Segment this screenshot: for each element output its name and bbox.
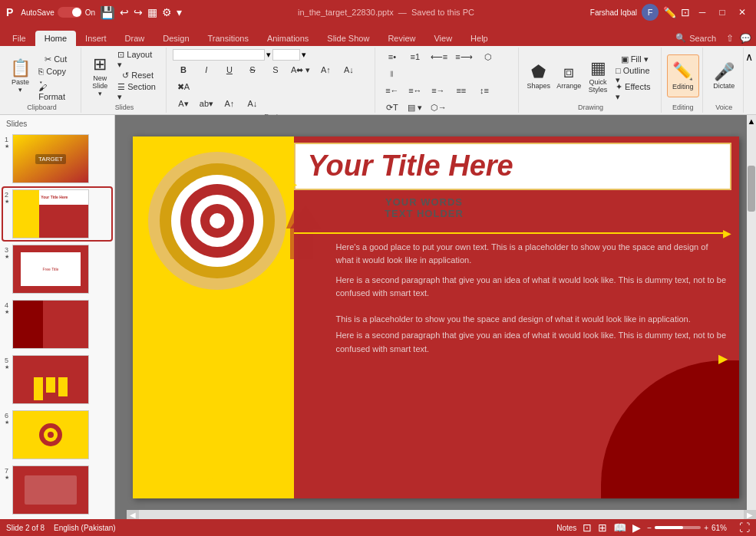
slide-canvas[interactable]: Your Title Here ➤ <box>133 136 739 498</box>
slide-thumb-7[interactable]: 7 ★ <box>3 464 111 516</box>
align-right-button[interactable]: ≡→ <box>428 83 449 98</box>
autosave-control[interactable]: AutoSave On <box>21 7 95 18</box>
customize-icon[interactable]: ⚙ <box>162 6 172 18</box>
slide-view-grid-icon[interactable]: ⊞ <box>598 521 607 534</box>
section-button[interactable]: ☰ Section ▾ <box>114 84 161 100</box>
shape-effects-button[interactable]: ✦ Effects ▾ <box>612 84 656 100</box>
slide-thumb-3[interactable]: 3 ★ Free Title <box>3 243 111 295</box>
zoom-bar[interactable]: − + 61% <box>647 524 733 532</box>
zoom-in-icon[interactable]: + <box>704 524 708 532</box>
tab-home[interactable]: Home <box>35 31 76 46</box>
slide-thumb-1[interactable]: 1 ★ TARGET <box>3 133 111 185</box>
editing-button[interactable]: ✏️ Editing <box>667 54 699 97</box>
tab-file[interactable]: File <box>3 31 35 46</box>
bold-button[interactable]: B <box>173 62 194 77</box>
italic-button[interactable]: I <box>196 62 217 77</box>
smart-art-button[interactable]: ⬡ <box>477 49 499 64</box>
justify-button[interactable]: ≡≡ <box>451 83 472 98</box>
underline-button[interactable]: U <box>219 62 240 77</box>
tab-design[interactable]: Design <box>154 31 198 46</box>
font-color-button[interactable]: A▾ <box>173 96 194 111</box>
layout-button[interactable]: ⊡ Layout ▾ <box>114 52 161 67</box>
tab-draw[interactable]: Draw <box>116 31 154 46</box>
text-highlight-button[interactable]: ab▾ <box>196 96 217 111</box>
present-icon[interactable]: ▦ <box>147 6 157 18</box>
tab-help[interactable]: Help <box>461 31 497 46</box>
paste-button[interactable]: 📋 Paste ▾ <box>8 54 33 97</box>
slide-view-reading-icon[interactable]: 📖 <box>613 521 626 534</box>
arrange-button[interactable]: ⧈ Arrange <box>555 54 583 97</box>
tab-view[interactable]: View <box>424 31 461 46</box>
reset-button[interactable]: ↺ Reset <box>114 68 161 84</box>
save-icon[interactable]: 💾 <box>100 5 115 20</box>
zoom-slider[interactable] <box>655 526 701 529</box>
shadow-button[interactable]: S <box>265 62 286 77</box>
collapse-icon[interactable]: ∧ <box>745 51 753 63</box>
tab-insert[interactable]: Insert <box>76 31 116 46</box>
font-name-dropdown[interactable]: ▾ <box>266 50 271 60</box>
tab-transitions[interactable]: Transitions <box>199 31 258 46</box>
new-slide-dropdown[interactable]: ▾ <box>98 90 102 97</box>
slide-view-normal-icon[interactable]: ⊡ <box>583 521 592 534</box>
slide-thumb-4[interactable]: 4 ★ <box>3 298 111 350</box>
tab-review[interactable]: Review <box>378 31 424 46</box>
font-size-adj-up[interactable]: A↑ <box>219 96 240 111</box>
text-direction-button[interactable]: ⟳T <box>381 100 403 115</box>
slide-thumb-2[interactable]: 2 ★ Your Title Here <box>3 188 111 240</box>
slideshow-view-icon[interactable]: ▶ <box>632 521 641 534</box>
decrease-indent-button[interactable]: ⟵≡ <box>428 49 451 64</box>
search-tab[interactable]: 🔍 Search <box>669 30 722 46</box>
slide-thumb-5[interactable]: 5 ★ <box>3 353 111 406</box>
tab-animations[interactable]: Animations <box>258 31 318 46</box>
dictate-button[interactable]: 🎤 Dictate <box>708 54 739 97</box>
close-button[interactable]: ✕ <box>735 5 750 20</box>
tab-slideshow[interactable]: Slide Show <box>318 31 378 46</box>
line-spacing-button[interactable]: ↕≡ <box>474 83 495 98</box>
font-name-input[interactable] <box>173 49 265 61</box>
shape-fill-button[interactable]: ▣ Fill ▾ <box>612 52 656 67</box>
vertical-scrollbar[interactable]: ▲ ▼ <box>747 115 756 519</box>
shapes-button[interactable]: ⬟ Shapes <box>525 54 553 97</box>
smartart-convert-button[interactable]: ⬡→ <box>428 100 450 115</box>
char-spacing-button[interactable]: A⬌ ▾ <box>288 62 313 77</box>
fit-screen-icon[interactable]: ⛶ <box>739 521 750 534</box>
scroll-up-button[interactable]: ▲ <box>747 115 756 127</box>
bullet-list-button[interactable]: ≡• <box>381 49 403 64</box>
canvas-area[interactable]: Your Title Here ➤ <box>115 115 756 519</box>
increase-font-button[interactable]: A↑ <box>315 62 336 77</box>
align-text-button[interactable]: ▤ ▾ <box>404 100 426 115</box>
shape-outline-button[interactable]: □ Outline ▾ <box>612 68 656 84</box>
search-label[interactable]: Search <box>689 34 716 43</box>
font-size-dropdown[interactable]: ▾ <box>302 50 306 60</box>
ribbon-collapse-icon[interactable]: ⊡ <box>681 6 690 18</box>
column-button[interactable]: ⫴ <box>381 66 403 81</box>
clear-format-button[interactable]: ✖A <box>173 79 194 94</box>
zoom-level[interactable]: 61% <box>711 524 733 532</box>
new-slide-button[interactable]: ⊞ New Slide ▾ <box>87 54 112 97</box>
scroll-track[interactable] <box>747 127 756 507</box>
copy-button[interactable]: ⎘ Copy ▾ <box>35 68 76 84</box>
font-size-input[interactable] <box>272 49 300 61</box>
font-size-adj-dn[interactable]: A↓ <box>242 96 263 111</box>
slide-thumb-6[interactable]: 6 ★ <box>3 409 111 461</box>
slide-title-area[interactable]: Your Title Here <box>294 143 731 190</box>
zoom-out-icon[interactable]: − <box>647 524 652 532</box>
scroll-left-button[interactable]: ◀ <box>127 510 139 519</box>
comments-button[interactable]: 💬 <box>738 31 753 46</box>
minimize-button[interactable]: ─ <box>695 5 710 20</box>
numbered-list-button[interactable]: ≡1 <box>404 49 426 64</box>
scroll-right-button[interactable]: ▶ <box>744 510 756 519</box>
dropdown-icon[interactable]: ▾ <box>177 6 182 18</box>
align-left-button[interactable]: ≡← <box>381 83 403 98</box>
pen-icon[interactable]: ✏️ <box>663 6 676 18</box>
strikethrough-button[interactable]: S <box>242 62 263 77</box>
align-center-button[interactable]: ≡↔ <box>404 83 426 98</box>
ribbon-collapse[interactable]: ∧ <box>745 48 753 113</box>
words-holder-area[interactable]: YOUR WORDS TEXT HOLDER <box>336 196 513 219</box>
autosave-toggle[interactable] <box>58 7 82 18</box>
paste-dropdown[interactable]: ▾ <box>18 86 22 94</box>
redo-icon[interactable]: ↪ <box>134 6 143 18</box>
share-button[interactable]: ⇧ <box>722 31 738 46</box>
quick-styles-button[interactable]: ▦ Quick Styles <box>586 54 610 97</box>
maximize-button[interactable]: □ <box>715 5 730 20</box>
